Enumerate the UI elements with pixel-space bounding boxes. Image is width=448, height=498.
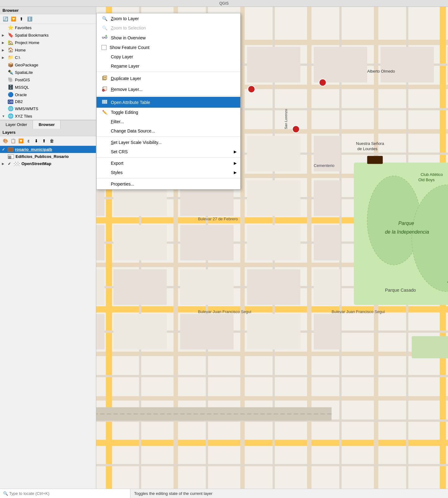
layer-name: OpenStreetMap xyxy=(21,161,51,166)
menu-item-open-attribute-table[interactable]: Open Attribute Table xyxy=(97,97,240,108)
remove-icon xyxy=(102,86,108,92)
layer-name: Edificios_Publicos_Rosario xyxy=(16,154,69,159)
layers-toolbar: 🎨 📋 🔽 ε ⬇ ⬆ 🗑 xyxy=(0,136,96,146)
tree-item-db2[interactable]: DB2 DB2 xyxy=(0,98,96,105)
svg-rect-86 xyxy=(247,269,300,305)
svg-text:Nuestra Señora: Nuestra Señora xyxy=(356,141,384,146)
tree-item-xyz-tiles[interactable]: ▼ 🌐 XYZ Tiles xyxy=(0,112,96,120)
paint-icon[interactable]: 🎨 xyxy=(2,137,9,144)
filter-icon[interactable]: 🔽 xyxy=(10,16,17,22)
menu-item-export[interactable]: Export ▶ xyxy=(97,159,240,168)
search-input[interactable] xyxy=(0,489,130,498)
tree-item-spatialite[interactable]: ✒️ SpatiaLite xyxy=(0,69,96,76)
wms-icon: 🌐 xyxy=(8,106,13,111)
copy-layers-icon[interactable]: 📋 xyxy=(10,137,16,144)
overview-icon: 👓 + xyxy=(102,35,108,41)
browser-tree: ⭐ Favorites ▶ 🔖 Spatial Bookmarks ▶ 🏡 Pr… xyxy=(0,24,96,120)
favorites-icon: ⭐ xyxy=(8,25,13,30)
svg-rect-90 xyxy=(180,314,233,349)
svg-text:Cementerio: Cementerio xyxy=(314,163,335,168)
home-icon: 🏠 xyxy=(8,47,13,53)
edit-icon: ✏️ xyxy=(102,110,108,115)
move-down-icon[interactable]: ⬇ xyxy=(33,137,40,144)
menu-item-copy-layer[interactable]: Copy Layer xyxy=(97,52,240,61)
menu-separator-3 xyxy=(97,137,240,137)
tree-item-geopackage[interactable]: 📦 GeoPackage xyxy=(0,61,96,69)
menu-item-set-layer-scale[interactable]: Set Layer Scale Visibility... xyxy=(97,138,240,147)
tree-arrow: ▶ xyxy=(2,34,6,37)
menu-item-set-crs[interactable]: Set CRS ▶ xyxy=(97,147,240,156)
spatial-bookmarks-icon: 🔖 xyxy=(8,32,13,38)
menu-item-remove-layer[interactable]: Remove Layer... xyxy=(97,84,240,95)
attribute-table-icon xyxy=(102,99,108,105)
tree-label: Project Home xyxy=(15,40,39,45)
submenu-arrow: ▶ xyxy=(234,150,237,154)
menu-item-show-feature-count[interactable]: Show Feature Count xyxy=(97,43,240,52)
menu-label: Open Attribute Table xyxy=(111,100,150,105)
tree-arrow: ▼ xyxy=(2,114,6,118)
layers-title: Layers xyxy=(0,129,96,136)
tab-bar: Layer Order Browser xyxy=(0,120,96,129)
menu-item-show-in-overview[interactable]: 👓 + Show in Overview xyxy=(97,33,240,43)
filter-layers-icon[interactable]: 🔽 xyxy=(17,137,24,144)
refresh-icon[interactable]: 🔄 xyxy=(2,16,9,22)
tree-item-project-home[interactable]: ▶ 🏡 Project Home xyxy=(0,39,96,46)
tab-browser[interactable]: Browser xyxy=(33,120,61,129)
svg-text:San Lorenzo: San Lorenzo xyxy=(284,109,288,129)
menu-item-rename-layer[interactable]: Rename Layer xyxy=(97,61,240,71)
status-bar: Toggles the editing state of the current… xyxy=(0,489,448,498)
layer-swatch xyxy=(8,147,13,152)
menu-item-zoom-to-selection[interactable]: 🔍 Zoom to Selection xyxy=(97,23,240,33)
layer-item-osm[interactable]: ▶ ✓ OpenStreetMap xyxy=(0,160,96,167)
menu-label: Zoom to Layer xyxy=(111,16,139,21)
svg-point-56 xyxy=(248,86,255,93)
layer-item-edificios[interactable]: ⊞ Edificios_Publicos_Rosario xyxy=(0,153,96,160)
layers-section: Layers 🎨 📋 🔽 ε ⬇ ⬆ 🗑 ✓ rosario_municipal… xyxy=(0,129,96,489)
title-bar: QGIS xyxy=(0,0,448,7)
submenu-arrow: ▶ xyxy=(234,161,237,165)
tree-item-c-drive[interactable]: ▶ 📁 C:\ xyxy=(0,54,96,61)
tree-item-oracle[interactable]: 🔵 Oracle xyxy=(0,91,96,98)
collapse-icon[interactable]: ⬆ xyxy=(18,16,25,22)
tab-layer-order[interactable]: Layer Order xyxy=(0,120,33,129)
tree-item-wms-wmts[interactable]: 🌐 WMS/WMTS xyxy=(0,105,96,112)
menu-item-change-data-source[interactable]: Change Data Source... xyxy=(97,126,240,136)
zoom-layer-icon: 🔍 xyxy=(102,16,108,21)
menu-item-filter[interactable]: Filter... xyxy=(97,117,240,126)
layer-name: rosario_municipalb xyxy=(15,147,52,152)
move-up-icon[interactable]: ⬆ xyxy=(41,137,48,144)
left-panel: Browser 🔄 🔽 ⬆ ℹ️ ⭐ Favorites ▶ 🔖 Spatial… xyxy=(0,7,96,489)
menu-label: Zoom to Selection xyxy=(111,25,146,30)
svg-rect-83 xyxy=(96,269,105,305)
menu-item-toggle-editing[interactable]: ✏️ Toggle Editing xyxy=(97,108,240,117)
svg-text:Parque Casado: Parque Casado xyxy=(385,288,416,293)
info-icon[interactable]: ℹ️ xyxy=(26,16,33,22)
menu-item-properties[interactable]: Properties... xyxy=(97,179,240,189)
status-text: Toggles the editing state of the current… xyxy=(130,490,216,497)
svg-rect-88 xyxy=(96,314,105,349)
tree-item-mssql[interactable]: 🗄️ MSSQL xyxy=(0,83,96,91)
right-area: Avenida Francia Av. del Rosario San Lore… xyxy=(96,7,448,489)
svg-text:Bulevar 27 de Febrero: Bulevar 27 de Febrero xyxy=(198,217,238,221)
feature-count-checkbox[interactable] xyxy=(102,45,106,50)
svg-rect-39 xyxy=(247,47,300,83)
tree-item-favorites[interactable]: ⭐ Favorites xyxy=(0,24,96,31)
remove-layer-icon[interactable]: 🗑 xyxy=(48,137,55,144)
expression-icon[interactable]: ε xyxy=(25,137,32,144)
menu-label: Remove Layer... xyxy=(111,87,143,92)
tree-label: XYZ Tiles xyxy=(15,114,32,119)
svg-rect-84 xyxy=(113,269,167,305)
svg-rect-59 xyxy=(367,156,383,164)
svg-text:Alberto Olmedo: Alberto Olmedo xyxy=(367,69,395,74)
svg-rect-91 xyxy=(247,314,300,349)
tree-item-postgis[interactable]: 🐘 PostGIS xyxy=(0,76,96,83)
tree-item-spatial-bookmarks[interactable]: ▶ 🔖 Spatial Bookmarks xyxy=(0,31,96,39)
svg-rect-72 xyxy=(412,336,448,358)
tree-item-home[interactable]: ▶ 🏠 Home xyxy=(0,46,96,54)
menu-item-zoom-to-layer[interactable]: 🔍 Zoom to Layer xyxy=(97,14,240,23)
menu-label: Styles xyxy=(111,170,123,175)
duplicate-icon xyxy=(102,75,108,82)
menu-item-styles[interactable]: Styles ▶ xyxy=(97,168,240,177)
menu-item-duplicate-layer[interactable]: Duplicate Layer xyxy=(97,73,240,84)
layer-item-rosario[interactable]: ✓ rosario_municipalb xyxy=(0,146,96,153)
